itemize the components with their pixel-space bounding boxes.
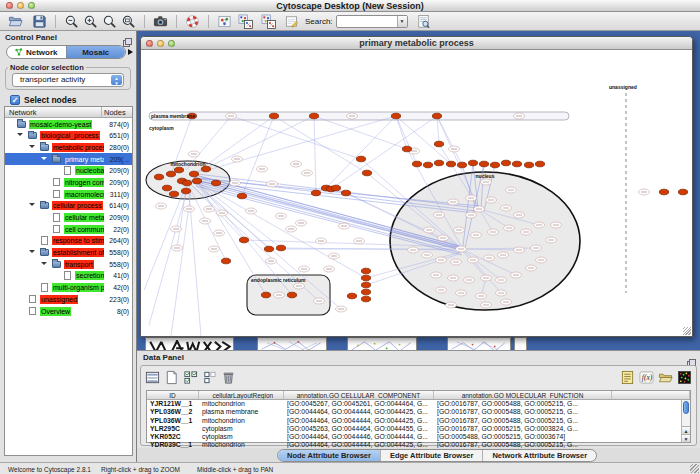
delete-attribute-trash-icon[interactable] [221, 370, 236, 385]
tree-row[interactable]: metabolic process280(0) [5, 141, 132, 153]
tab-node-attribute-browser[interactable]: Node Attribute Browser [278, 450, 380, 461]
unselect-attributes-icon[interactable] [202, 370, 217, 385]
expander-icon[interactable] [29, 145, 35, 148]
tree-row[interactable]: establishment of lo558(0) [5, 247, 132, 259]
network-manager-icon[interactable] [217, 14, 232, 29]
new-attribute-icon[interactable] [164, 370, 179, 385]
zoom-out-icon[interactable] [64, 14, 79, 29]
snapshot-camera-icon[interactable] [153, 14, 168, 29]
scroll-up-button[interactable]: ▲ [682, 426, 690, 434]
status-welcome: Welcome to Cytoscape 2.8.1 [8, 466, 91, 473]
cytoscape-window: Cytoscape Desktop (New Session) Search: … [0, 0, 700, 474]
tree-col-network[interactable]: Network [5, 107, 101, 117]
tree-row[interactable]: mosaic-demo-yeast874(0) [5, 118, 132, 130]
tree-row[interactable]: unassigned223(0) [5, 293, 132, 305]
tree-row[interactable]: nucleobase-209(0) [5, 165, 132, 177]
search-dropdown-arrow[interactable]: ▼ [397, 16, 407, 27]
tree-row-count: 8(0) [117, 308, 129, 315]
tab-network-attribute-browser[interactable]: Network Attribute Browser [482, 450, 596, 461]
app-resize-grip[interactable] [690, 464, 699, 473]
select-nodes-checkbox[interactable]: ✓ [10, 95, 20, 105]
expander-icon[interactable] [41, 262, 47, 265]
table-row[interactable]: YJR121W__1mitochondrion[GO:0045267, GO:0… [147, 400, 690, 408]
network-minimize-button[interactable] [157, 40, 164, 47]
attribute-table-icon[interactable] [145, 370, 160, 385]
window-resize-grip[interactable] [683, 327, 691, 335]
background-window-2[interactable] [347, 337, 417, 350]
copy-view-blue-icon[interactable] [238, 14, 253, 29]
tree-row[interactable]: primary metabo209(... [5, 153, 132, 165]
table-row[interactable]: YLR295Ccytoplasm[GO:0045263, GO:0044464,… [147, 425, 690, 433]
tree-row[interactable]: Overview8(0) [5, 305, 132, 317]
help-lifesaver-icon[interactable] [185, 14, 200, 29]
tree-row[interactable]: nitrogen compo209(0) [5, 176, 132, 188]
zoom-fit-icon[interactable] [121, 14, 136, 29]
annotation-icon[interactable] [284, 14, 299, 29]
tree-row[interactable]: cell communicat22(0) [5, 223, 132, 235]
node-color-selection-legend: Node color selection [8, 63, 86, 72]
tree-row[interactable]: cellular metabol209(0) [5, 212, 132, 224]
network-canvas[interactable]: plasma membranecytoplasmmitochondrionnuc… [141, 50, 692, 336]
tree-row[interactable]: multi-organism pro42(0) [5, 282, 132, 294]
close-button[interactable] [6, 2, 13, 9]
window-controls[interactable] [6, 2, 35, 9]
table-row[interactable]: YKR052Ccytoplasm[GO:0044464, GO:0044446,… [147, 433, 690, 441]
background-window-4[interactable] [514, 337, 527, 350]
tab-edge-attribute-browser[interactable]: Edge Attribute Browser [380, 450, 482, 461]
background-window-overview[interactable] [145, 337, 234, 350]
network-window-titlebar[interactable]: primary metabolic process [141, 37, 692, 50]
open-file-icon[interactable] [8, 14, 23, 29]
column-header[interactable]: annotation.GO MOLECULAR_FUNCTION [434, 391, 612, 399]
tab-mosaic[interactable]: Mosaic [66, 46, 126, 58]
tree-row[interactable]: cellular process614(0) [5, 200, 132, 212]
network-zoom-button[interactable] [168, 40, 175, 47]
network-view-window[interactable]: primary metabolic process plasma membran… [140, 36, 693, 337]
zoom-in-icon[interactable] [83, 14, 98, 29]
tree-row-label: multi-organism pro [52, 283, 104, 292]
zoom-selected-icon[interactable] [102, 14, 117, 29]
tree-row[interactable]: macromolecule311(0) [5, 188, 132, 200]
column-header[interactable]: annotation.GO CELLULAR_COMPONENT [284, 391, 434, 399]
tree-row[interactable]: transport558(0) [5, 258, 132, 270]
advanced-search-icon[interactable] [416, 14, 431, 29]
table-row[interactable]: YPL036W__2plasma membrane[GO:0044464, GO… [147, 408, 690, 416]
scroll-down-button[interactable]: ▼ [682, 434, 690, 442]
copy-view-red-icon[interactable] [261, 14, 276, 29]
float-panel-icon[interactable] [123, 33, 132, 42]
file-icon [53, 178, 60, 187]
column-header[interactable]: ID [147, 391, 199, 399]
table-scrollbar[interactable]: ▲ ▼ [681, 400, 690, 442]
network-window-title: primary metabolic process [141, 37, 692, 50]
expander-icon[interactable] [17, 133, 23, 136]
import-attributes-folder-icon[interactable] [658, 370, 673, 385]
scrollbar-thumb[interactable] [683, 401, 689, 414]
background-window-3[interactable] [447, 337, 511, 350]
expander-icon[interactable] [41, 157, 47, 160]
network-close-button[interactable] [146, 40, 153, 47]
select-attributes-icon[interactable] [183, 370, 198, 385]
tree-row[interactable]: response to stimul264(0) [5, 235, 132, 247]
table-row[interactable]: YPL036W__1mitochondrion[GO:0044464, GO:0… [147, 417, 690, 425]
tree-row[interactable]: secretion41(0) [5, 270, 132, 282]
minimize-button[interactable] [17, 2, 24, 9]
column-header[interactable]: _cellularLayoutRegion [199, 391, 284, 399]
matrix-view-icon[interactable] [677, 370, 692, 385]
save-icon[interactable] [32, 14, 47, 29]
data-panel: Data Panel f(x) [137, 350, 700, 448]
expander-icon[interactable] [29, 203, 35, 206]
tree-col-nodes[interactable]: Nodes [101, 107, 132, 117]
tab-network[interactable]: Network [7, 46, 66, 58]
data-panel-float-icon[interactable] [687, 354, 696, 363]
tree-row[interactable]: biological_process651(0) [5, 130, 132, 142]
attribute-list-icon[interactable] [620, 370, 635, 385]
node-color-dropdown[interactable]: transporter activity ▲▼ [12, 73, 124, 87]
zoom-button[interactable] [28, 2, 35, 9]
tree-row-label: cell communicat [64, 225, 104, 234]
expander-icon[interactable] [29, 250, 35, 253]
svg-text:f(x): f(x) [642, 373, 653, 382]
function-builder-icon[interactable]: f(x) [639, 370, 654, 385]
status-bar: Welcome to Cytoscape 2.8.1 Right-click +… [0, 462, 700, 474]
background-window-1[interactable] [257, 337, 327, 350]
search-input[interactable]: ▼ [336, 15, 408, 28]
tab-overflow-arrow[interactable] [128, 49, 133, 55]
